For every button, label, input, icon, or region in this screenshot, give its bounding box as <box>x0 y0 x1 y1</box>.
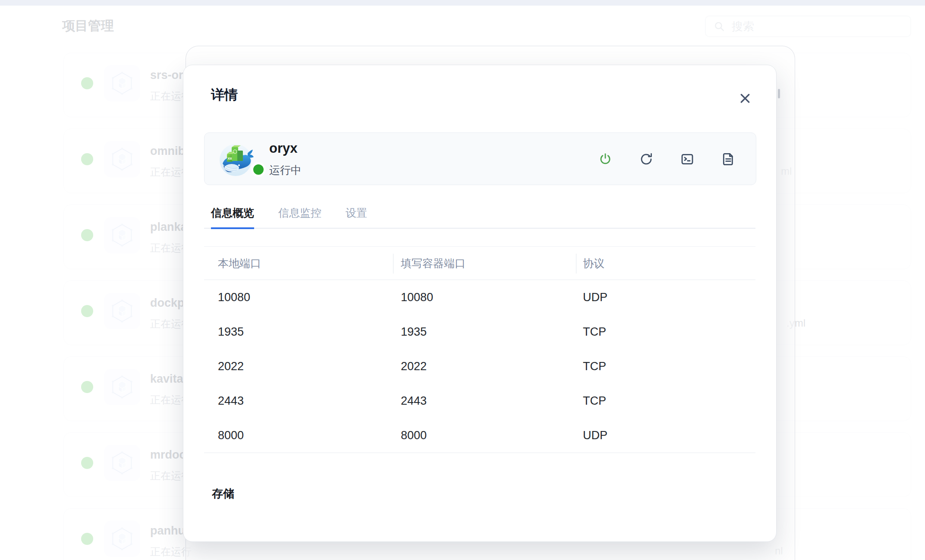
modal-tabs: 信息概览 信息监控 设置 <box>204 206 755 229</box>
header-protocol: 协议 <box>576 247 755 280</box>
ports-table: 本地端口 填写容器端口 协议 10080 10080 UDP 1935 1935… <box>204 246 755 453</box>
table-row: 2022 2022 TCP <box>204 349 755 384</box>
cell-container-port: 8000 <box>393 418 576 453</box>
refresh-icon <box>639 152 653 166</box>
table-row: 10080 10080 UDP <box>204 280 755 315</box>
terminal-button[interactable] <box>679 151 696 168</box>
oryx-app-icon: XII <box>217 141 254 177</box>
app-actions <box>597 151 737 168</box>
cell-protocol: UDP <box>576 418 755 453</box>
tab-info-overview[interactable]: 信息概览 <box>211 206 254 229</box>
terminal-icon <box>680 152 694 166</box>
logs-button[interactable] <box>720 151 737 168</box>
cell-protocol: UDP <box>576 280 755 315</box>
app-summary-card: XII oryx 运行中 <box>204 132 756 185</box>
power-icon <box>598 152 612 166</box>
app-name: oryx <box>269 141 297 156</box>
cell-container-port: 10080 <box>393 280 576 315</box>
scrollbar-thumb[interactable] <box>778 89 780 98</box>
ports-table-body: 10080 10080 UDP 1935 1935 TCP 2022 2022 … <box>204 280 755 453</box>
running-dot-icon <box>251 162 266 177</box>
header-local-port: 本地端口 <box>204 247 393 280</box>
cell-container-port: 2022 <box>393 349 576 384</box>
file-text-icon <box>721 152 735 166</box>
cell-local-port: 2443 <box>204 384 393 418</box>
cell-protocol: TCP <box>576 384 755 418</box>
cell-container-port: 1935 <box>393 315 576 349</box>
cell-local-port: 2022 <box>204 349 393 384</box>
ports-table-header: 本地端口 填写容器端口 协议 <box>204 246 755 280</box>
restart-button[interactable] <box>638 151 655 168</box>
cell-local-port: 8000 <box>204 418 393 453</box>
close-button[interactable] <box>739 92 752 105</box>
modal-title: 详情 <box>211 86 238 104</box>
tab-settings[interactable]: 设置 <box>346 206 367 228</box>
cell-protocol: TCP <box>576 315 755 349</box>
svg-text:XII: XII <box>228 157 232 160</box>
cell-container-port: 2443 <box>393 384 576 418</box>
table-row: 8000 8000 UDP <box>204 418 755 453</box>
cell-protocol: TCP <box>576 349 755 384</box>
table-row: 2443 2443 TCP <box>204 384 755 418</box>
cell-local-port: 1935 <box>204 315 393 349</box>
header-container-port: 填写容器端口 <box>393 247 576 280</box>
storage-heading: 存储 <box>212 486 234 501</box>
tab-info-monitoring[interactable]: 信息监控 <box>278 206 321 228</box>
cell-local-port: 10080 <box>204 280 393 315</box>
app-status: 运行中 <box>269 163 302 177</box>
close-icon <box>739 92 752 105</box>
table-row: 1935 1935 TCP <box>204 315 755 349</box>
details-modal: 详情 <box>183 65 777 542</box>
top-accent-bar <box>0 0 925 6</box>
power-button[interactable] <box>597 151 614 168</box>
